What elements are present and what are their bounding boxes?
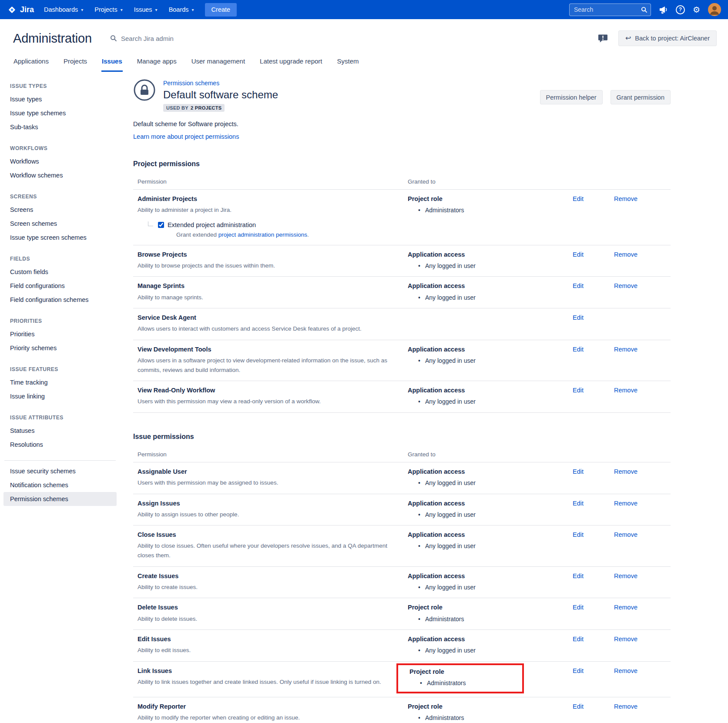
granted-to-type: Application access bbox=[408, 468, 476, 475]
edit-cell: Edit bbox=[573, 572, 614, 579]
tree-connector-icon bbox=[148, 221, 153, 226]
remove-link[interactable]: Remove bbox=[614, 635, 637, 643]
remove-link[interactable]: Remove bbox=[614, 251, 637, 258]
sidebar-item-field-configurations[interactable]: Field configurations bbox=[3, 279, 117, 293]
sidebar-item-priority-schemes[interactable]: Priority schemes bbox=[3, 341, 117, 355]
jira-logo-icon bbox=[7, 5, 17, 15]
remove-link[interactable]: Remove bbox=[614, 282, 637, 289]
col-granted: Granted to bbox=[408, 451, 573, 458]
permission-row-browse-projects: Browse Projects Ability to browse projec… bbox=[133, 245, 671, 277]
remove-link[interactable]: Remove bbox=[614, 703, 637, 710]
create-button[interactable]: Create bbox=[205, 3, 237, 17]
permission-helper-button[interactable]: Permission helper bbox=[540, 90, 603, 104]
edit-link[interactable]: Edit bbox=[573, 345, 584, 353]
remove-cell: Remove bbox=[614, 703, 666, 710]
global-search-input[interactable] bbox=[569, 3, 651, 16]
sidebar-item-field-configuration-schemes[interactable]: Field configuration schemes bbox=[3, 293, 117, 307]
sidebar-item-issue-security-schemes[interactable]: Issue security schemes bbox=[3, 464, 117, 478]
sidebar-heading-fields: Fields bbox=[3, 244, 117, 265]
edit-link[interactable]: Edit bbox=[573, 195, 584, 202]
remove-link[interactable]: Remove bbox=[614, 667, 637, 674]
announcements-icon[interactable] bbox=[659, 6, 668, 14]
sidebar-item-issue-type-schemes[interactable]: Issue type schemes bbox=[3, 106, 117, 120]
tab-user-management[interactable]: User management bbox=[191, 56, 245, 72]
extended-admin-hint: Grant extended project administration pe… bbox=[176, 231, 408, 238]
sidebar-item-issue-types[interactable]: Issue types bbox=[3, 92, 117, 106]
used-by-badge[interactable]: USED BY2 PROJECTS bbox=[163, 104, 225, 112]
section-title: Issue permissions bbox=[133, 433, 671, 441]
tab-system[interactable]: System bbox=[337, 56, 359, 72]
tab-issues[interactable]: Issues bbox=[101, 56, 123, 72]
help-icon[interactable]: ? bbox=[676, 5, 685, 14]
remove-cell: Remove bbox=[614, 386, 666, 394]
admin-layout: Issue typesIssue typesIssue type schemes… bbox=[0, 72, 728, 723]
remove-link[interactable]: Remove bbox=[614, 531, 637, 538]
edit-link[interactable]: Edit bbox=[573, 603, 584, 611]
sidebar-item-issue-type-screen-schemes[interactable]: Issue type screen schemes bbox=[3, 231, 117, 244]
edit-link[interactable]: Edit bbox=[573, 251, 584, 258]
remove-link[interactable]: Remove bbox=[614, 603, 637, 611]
sidebar-item-custom-fields[interactable]: Custom fields bbox=[3, 265, 117, 279]
project-admin-permissions-link[interactable]: project administration permissions bbox=[218, 231, 307, 238]
back-to-project-button[interactable]: ↩ Back to project: AirCleaner bbox=[618, 30, 717, 46]
admin-search[interactable]: Search Jira admin bbox=[110, 35, 174, 42]
settings-gear-icon[interactable]: ⚙ bbox=[693, 6, 700, 14]
breadcrumb-permission-schemes[interactable]: Permission schemes bbox=[163, 80, 219, 87]
sidebar-item-notification-schemes[interactable]: Notification schemes bbox=[3, 478, 117, 492]
edit-link[interactable]: Edit bbox=[573, 314, 584, 321]
sidebar-item-workflows[interactable]: Workflows bbox=[3, 154, 117, 168]
edit-link[interactable]: Edit bbox=[573, 703, 584, 710]
permission-row-administer-projects: Administer Projects Ability to administe… bbox=[133, 190, 671, 245]
remove-link[interactable]: Remove bbox=[614, 195, 637, 202]
granted-to-type: Application access bbox=[408, 282, 476, 290]
edit-link[interactable]: Edit bbox=[573, 635, 584, 643]
sidebar-item-statuses[interactable]: Statuses bbox=[3, 424, 117, 438]
sidebar-item-resolutions[interactable]: Resolutions bbox=[3, 438, 117, 452]
permission-row-service-desk-agent: Service Desk Agent Allows users to inter… bbox=[133, 308, 671, 340]
jira-logo[interactable]: Jira bbox=[7, 5, 34, 15]
grant-permission-button[interactable]: Grant permission bbox=[611, 90, 671, 104]
tab-applications[interactable]: Applications bbox=[13, 56, 49, 72]
edit-link[interactable]: Edit bbox=[573, 468, 584, 475]
sidebar-item-priorities[interactable]: Priorities bbox=[3, 327, 117, 341]
sidebar-item-permission-schemes[interactable]: Permission schemes bbox=[3, 492, 117, 506]
tab-manage-apps[interactable]: Manage apps bbox=[137, 56, 177, 72]
granted-to-type: Project role bbox=[408, 703, 464, 710]
edit-link[interactable]: Edit bbox=[573, 667, 584, 674]
nav-item-issues[interactable]: Issues▾ bbox=[128, 6, 163, 13]
granted-cell: Project role Administrators bbox=[408, 667, 573, 691]
permission-description: Users with this permission may be assign… bbox=[138, 478, 399, 488]
sidebar-item-screens[interactable]: Screens bbox=[3, 203, 117, 217]
edit-link[interactable]: Edit bbox=[573, 531, 584, 538]
nav-item-boards[interactable]: Boards▾ bbox=[163, 6, 200, 13]
sidebar-heading-issue-types: Issue types bbox=[3, 79, 117, 92]
remove-link[interactable]: Remove bbox=[614, 499, 637, 507]
col-permission: Permission bbox=[138, 178, 408, 185]
sidebar-item-issue-linking[interactable]: Issue linking bbox=[3, 389, 117, 403]
remove-link[interactable]: Remove bbox=[614, 345, 637, 353]
remove-link[interactable]: Remove bbox=[614, 468, 637, 475]
edit-link[interactable]: Edit bbox=[573, 572, 584, 579]
remove-link[interactable]: Remove bbox=[614, 386, 637, 394]
search-icon[interactable] bbox=[641, 7, 647, 14]
nav-item-dashboards[interactable]: Dashboards▾ bbox=[38, 6, 89, 13]
learn-more-link[interactable]: Learn more about project permissions bbox=[133, 133, 239, 140]
nav-item-projects[interactable]: Projects▾ bbox=[89, 6, 128, 13]
feedback-icon[interactable] bbox=[598, 34, 608, 43]
edit-link[interactable]: Edit bbox=[573, 499, 584, 507]
user-avatar[interactable] bbox=[708, 3, 721, 16]
permission-cell: Close Issues Ability to close issues. Of… bbox=[138, 531, 408, 560]
permission-name: Assignable User bbox=[138, 468, 408, 475]
sidebar-item-screen-schemes[interactable]: Screen schemes bbox=[3, 217, 117, 231]
sidebar-item-workflow-schemes[interactable]: Workflow schemes bbox=[3, 168, 117, 182]
remove-link[interactable]: Remove bbox=[614, 572, 637, 579]
edit-link[interactable]: Edit bbox=[573, 386, 584, 394]
extended-admin-checkbox[interactable] bbox=[158, 222, 164, 228]
sidebar-item-sub-tasks[interactable]: Sub-tasks bbox=[3, 120, 117, 134]
sidebar-item-time-tracking[interactable]: Time tracking bbox=[3, 375, 117, 389]
permission-row-link-issues: Link Issues Ability to link issues toget… bbox=[133, 662, 671, 697]
permission-description: Allows users to interact with customers … bbox=[138, 324, 399, 334]
tab-projects[interactable]: Projects bbox=[63, 56, 87, 72]
edit-link[interactable]: Edit bbox=[573, 282, 584, 289]
tab-latest-upgrade-report[interactable]: Latest upgrade report bbox=[259, 56, 322, 72]
